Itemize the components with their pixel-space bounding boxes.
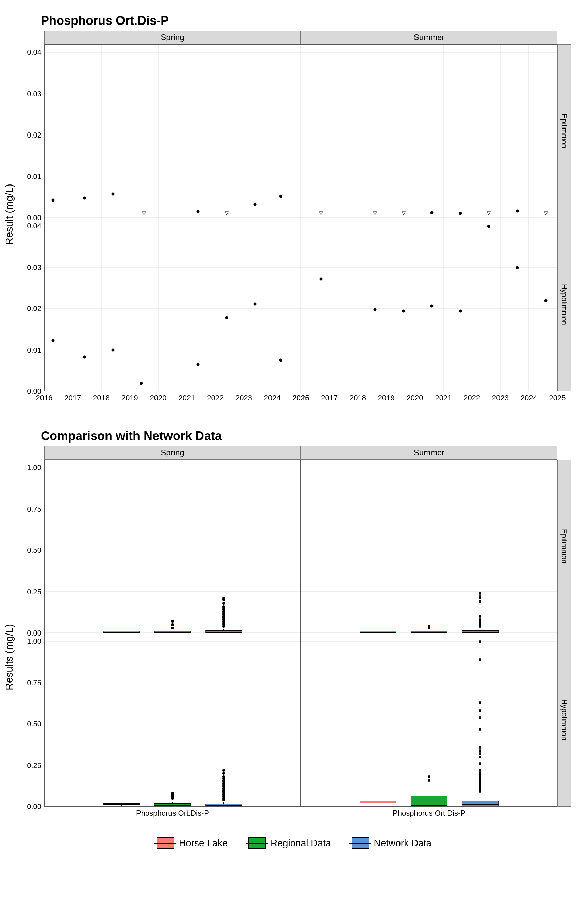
chart1-title: Phosphorus Ort.Dis-P xyxy=(41,14,571,28)
box-spring-epi xyxy=(44,459,301,633)
legend-label-horse: Horse Lake xyxy=(179,838,228,849)
chart1-ylabel: Result (mg/L) xyxy=(3,129,15,299)
strip2-row-epi: Epilimnion xyxy=(557,459,571,633)
strip-col-spring: Spring xyxy=(44,31,301,44)
panel-spring-epi xyxy=(44,44,301,218)
panel-summer-hypo xyxy=(301,218,557,391)
strip-row-epi: Epilimnion xyxy=(557,44,571,218)
strip2-row-hypo: Hypolimnion xyxy=(557,633,571,807)
box-summer-hypo xyxy=(301,633,557,807)
panel-spring-hypo xyxy=(44,218,301,391)
strip2-col-spring: Spring xyxy=(44,446,301,459)
legend-label-regional: Regional Data xyxy=(271,838,331,849)
legend-swatch-network xyxy=(352,837,369,849)
box-summer-epi xyxy=(301,459,557,633)
strip-row-hypo: Hypolimnion xyxy=(557,218,571,391)
strip2-col-summer: Summer xyxy=(301,446,557,459)
legend-label-network: Network Data xyxy=(374,838,432,849)
strip-col-summer: Summer xyxy=(301,31,557,44)
chart1: Spring Summer 0.000.010.020.030.04 Epili… xyxy=(17,31,571,405)
box-spring-hypo xyxy=(44,633,301,807)
chart2-title: Comparison with Network Data xyxy=(41,429,571,443)
legend-swatch-regional xyxy=(248,837,266,849)
legend-swatch-horse xyxy=(157,837,174,849)
chart2-ylabel: Results (mg/L) xyxy=(3,572,15,742)
chart2: Spring Summer 0.000.250.500.751.00 Epili… xyxy=(17,446,571,820)
panel-summer-epi xyxy=(301,44,557,218)
legend: Horse Lake Regional Data Network Data xyxy=(17,837,571,849)
